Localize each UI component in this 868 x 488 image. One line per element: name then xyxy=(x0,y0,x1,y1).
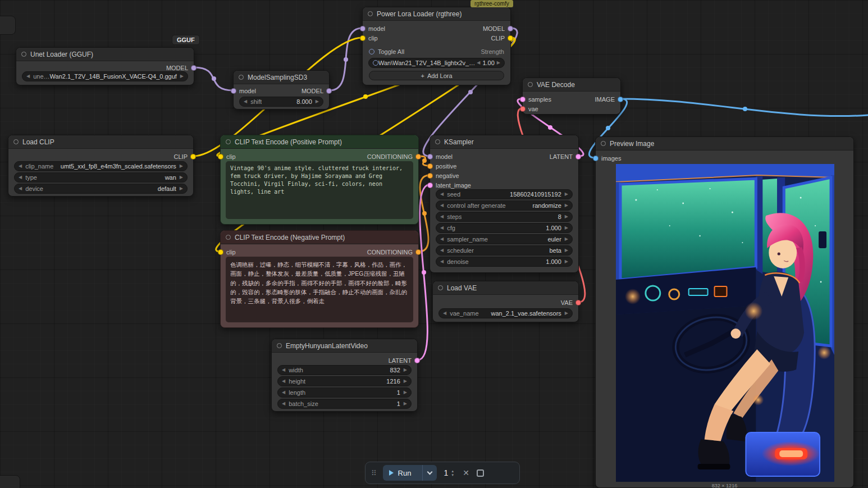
input-slot-model[interactable]: model xyxy=(427,152,453,161)
output-slot-clip[interactable]: CLIP xyxy=(491,34,513,43)
node-model-sampling-sd3[interactable]: ModelSamplingSD3 model MODEL ◀ shift 8.0… xyxy=(233,70,330,110)
decrement-arrow-icon[interactable]: ◀ xyxy=(440,215,444,219)
strength-decrement-icon[interactable]: ◀ xyxy=(477,61,480,65)
node-load-clip[interactable]: Load CLIP CLIP ◀ clip_name umt5_xxl_fp8_… xyxy=(8,135,194,197)
increment-arrow-icon[interactable]: ▶ xyxy=(565,226,568,230)
input-slot-clip[interactable]: clip xyxy=(218,248,236,257)
clip-input-dot[interactable] xyxy=(218,154,223,159)
output-slot-image[interactable]: IMAGE xyxy=(595,95,623,104)
widget-seed[interactable]: ◀ seed 158602410915192 ▶ xyxy=(436,189,573,199)
decrement-arrow-icon[interactable]: ◀ xyxy=(19,164,22,168)
count-down-icon[interactable]: ▼ xyxy=(451,473,454,477)
widget-height[interactable]: ◀ height 1216 ▶ xyxy=(277,376,412,386)
input-slot-vae[interactable]: vae xyxy=(520,104,538,113)
drag-handle-icon[interactable]: ⠿ xyxy=(371,469,377,477)
input-slot-model[interactable]: model xyxy=(231,86,256,95)
increment-arrow-icon[interactable]: ▶ xyxy=(565,248,568,253)
increment-arrow-icon[interactable]: ▶ xyxy=(404,402,407,406)
collapse-dot-icon[interactable] xyxy=(438,285,443,290)
increment-arrow-icon[interactable]: ▶ xyxy=(565,192,568,197)
stop-button[interactable] xyxy=(477,469,484,477)
decrement-arrow-icon[interactable]: ◀ xyxy=(440,259,444,264)
collapse-dot-icon[interactable] xyxy=(601,141,606,146)
output-slot-model[interactable]: MODEL xyxy=(483,24,513,33)
widget-vae-name[interactable]: ◀ vae_name wan_2.1_vae.safetensors ▶ xyxy=(438,308,573,318)
widget-shift[interactable]: ◀ shift 8.000 ▶ xyxy=(239,97,323,107)
conditioning-output-dot[interactable] xyxy=(415,154,421,159)
increment-arrow-icon[interactable]: ▶ xyxy=(565,259,568,264)
model-output-dot[interactable] xyxy=(191,65,197,71)
node-header[interactable]: CLIP Text Encode (Negative Prompt) xyxy=(221,231,418,244)
output-slot-latent[interactable]: LATENT xyxy=(389,356,420,365)
widget-scheduler[interactable]: ◀ scheduler beta ▶ xyxy=(436,245,573,256)
increment-arrow-icon[interactable]: ▶ xyxy=(565,311,568,316)
clip-input-dot[interactable] xyxy=(360,35,366,41)
add-lora-button[interactable]: + Add Lora xyxy=(369,71,504,80)
widget-batch-size[interactable]: ◀ batch_size 1 ▶ xyxy=(277,399,412,409)
node-empty-hunyuan-latent-video[interactable]: EmptyHunyuanLatentVideo LATENT ◀ width 8… xyxy=(271,339,418,412)
toggle-all-icon[interactable] xyxy=(369,49,374,54)
node-ksampler[interactable]: KSampler model positive negative latent_… xyxy=(430,135,579,273)
decrement-arrow-icon[interactable]: ◀ xyxy=(440,237,444,241)
run-button[interactable]: Run xyxy=(383,465,437,481)
node-header[interactable]: Load VAE xyxy=(433,281,578,295)
clip-input-dot[interactable] xyxy=(218,249,223,255)
output-slot-conditioning[interactable]: CONDITIONING xyxy=(367,152,421,161)
cancel-button[interactable]: ✕ xyxy=(462,468,470,477)
clip-output-dot[interactable] xyxy=(508,35,513,41)
node-load-vae[interactable]: Load VAE VAE ◀ vae_name wan_2.1_vae.safe… xyxy=(432,281,579,322)
decrement-arrow-icon[interactable]: ◀ xyxy=(282,368,285,372)
positive-input-dot[interactable] xyxy=(427,163,433,169)
decrement-arrow-icon[interactable]: ◀ xyxy=(443,311,446,316)
decrement-arrow-icon[interactable]: ◀ xyxy=(440,248,444,253)
node-clip-text-encode-positive[interactable]: CLIP Text Encode (Positive Prompt) clip … xyxy=(220,135,419,225)
decrement-arrow-icon[interactable]: ◀ xyxy=(26,74,30,79)
node-vae-decode[interactable]: VAE Decode samples vae IMAGE xyxy=(522,77,621,115)
input-slot-model[interactable]: model xyxy=(360,24,385,33)
samples-input-dot[interactable] xyxy=(520,97,526,102)
widget-denoise[interactable]: ◀ denoise 1.000 ▶ xyxy=(436,257,573,267)
widget-device[interactable]: ◀ device default ▶ xyxy=(14,184,188,194)
input-slot-latent-image[interactable]: latent_image xyxy=(427,181,471,190)
count-up-icon[interactable]: ▲ xyxy=(451,469,454,473)
input-slot-clip[interactable]: clip xyxy=(360,34,378,43)
collapse-dot-icon[interactable] xyxy=(239,75,244,80)
negative-prompt-textarea[interactable]: 色调艳丽，过曝，静态，细节模糊不清，字幕，风格，作品，画作，画面，静止，整体发灰… xyxy=(226,257,413,322)
node-unet-loader[interactable]: Unet Loader (GGUF) MODEL ◀ unet_ ... Wan… xyxy=(16,47,194,85)
conditioning-output-dot[interactable] xyxy=(415,249,421,255)
input-slot-negative[interactable]: negative xyxy=(427,171,459,180)
increment-arrow-icon[interactable]: ▶ xyxy=(404,390,407,395)
decrement-arrow-icon[interactable]: ◀ xyxy=(282,390,285,395)
widget-control-after-generate[interactable]: ◀ control after generate randomize ▶ xyxy=(436,200,573,211)
negative-input-dot[interactable] xyxy=(427,173,433,179)
widget-width[interactable]: ◀ width 832 ▶ xyxy=(277,365,412,375)
positive-prompt-textarea[interactable]: Vintage 90's anime style. cluttered truc… xyxy=(226,161,413,219)
model-input-dot[interactable] xyxy=(427,154,433,159)
increment-arrow-icon[interactable]: ▶ xyxy=(180,175,183,180)
node-header[interactable]: EmptyHunyuanLatentVideo xyxy=(272,339,417,353)
node-preview-image[interactable]: Preview Image images xyxy=(595,136,854,488)
strength-increment-icon[interactable]: ▶ xyxy=(497,61,500,65)
lora-toggle-icon[interactable] xyxy=(373,60,378,66)
collapse-dot-icon[interactable] xyxy=(277,343,282,348)
widget-cfg[interactable]: ◀ cfg 1.000 ▶ xyxy=(436,223,573,233)
collapse-dot-icon[interactable] xyxy=(435,139,440,144)
run-options-dropdown[interactable] xyxy=(422,465,437,481)
decrement-arrow-icon[interactable]: ◀ xyxy=(440,203,444,208)
widget-unet-name[interactable]: ◀ unet_ ... Wan2.1_T2V_14B_FusionX_VACE-… xyxy=(22,71,188,81)
node-header[interactable]: ModelSamplingSD3 xyxy=(234,71,329,84)
output-slot-model[interactable]: MODEL xyxy=(301,86,332,95)
increment-arrow-icon[interactable]: ▶ xyxy=(404,379,407,384)
increment-arrow-icon[interactable]: ▶ xyxy=(404,368,407,372)
collapse-dot-icon[interactable] xyxy=(21,52,26,57)
output-slot-conditioning[interactable]: CONDITIONING xyxy=(367,248,421,257)
node-power-lora-loader[interactable]: Power Lora Loader (rgthree) model clip M… xyxy=(362,7,511,85)
model-output-dot[interactable] xyxy=(326,88,332,94)
decrement-arrow-icon[interactable]: ◀ xyxy=(19,186,22,191)
node-header[interactable]: Unet Loader (GGUF) xyxy=(16,48,194,61)
model-input-dot[interactable] xyxy=(231,88,236,94)
image-output-dot[interactable] xyxy=(618,97,623,102)
collapse-dot-icon[interactable] xyxy=(226,139,231,144)
images-input-dot[interactable] xyxy=(593,156,599,161)
node-graph-canvas[interactable]: GGUF rgthree-comfy Unet Loader (GGUF) MO… xyxy=(0,0,868,488)
